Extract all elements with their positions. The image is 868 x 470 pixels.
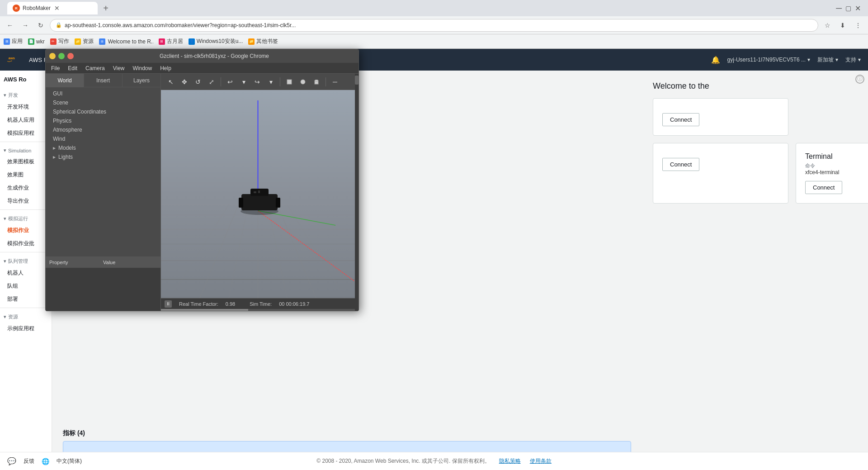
svg-point-4 [315,80,318,81]
gzclient-popup: ─ ▢ ✕ Gzclient - sim-clk5rh081yxz - Goog… [45,49,359,311]
language-label[interactable]: 中文(简体) [57,457,82,465]
menu-edit[interactable]: Edit [64,64,81,72]
popup-scrollbar[interactable] [355,74,359,311]
sidebar-section-resources[interactable]: ▾ 资源 [0,310,52,322]
window-maximize-button[interactable]: ▢ [845,5,851,12]
undo-dropdown-button[interactable]: ▾ [237,76,250,88]
popup-app-name: Gzclient - sim-clk5rh081yxz - Google Chr… [160,53,269,59]
tree-item-physics[interactable]: Physics [46,116,160,125]
sidebar-item-deploy[interactable]: 部署 [0,293,52,306]
user-dropdown[interactable]: gyj-Users11-1I7N95VECV5T6 ... ▾ [727,57,810,63]
sidebar-item-simjob[interactable]: 模拟作业 [0,224,52,237]
menu-help[interactable]: Help [156,64,175,72]
terminal-connect-button[interactable]: Connect [805,181,842,194]
menu-camera[interactable]: Camera [82,64,108,72]
tab-world[interactable]: World [46,74,84,87]
bookmark-windows[interactable]: 👤 Windows10安装u... [189,38,243,45]
popup-close-button[interactable]: ✕ [67,53,74,59]
tree-item-models[interactable]: ▶ Models [46,143,160,152]
sidebar-item-worldtemplate[interactable]: 效果图模板 [0,155,52,168]
bookmark-welcome[interactable]: ⊞ Welcome to the R... [99,38,153,45]
bell-icon[interactable]: 🔔 [711,56,720,64]
bookmark-label: wkr [36,38,45,45]
globe-icon: 🌐 [42,458,49,465]
tree-item-lights[interactable]: ▶ Lights [46,152,160,161]
cursor-tool-button[interactable]: ↖ [165,76,177,88]
view-option-button[interactable]: ─ [329,76,341,88]
undo-button[interactable]: ↩ [224,76,236,88]
sphere-tool-button[interactable] [297,76,309,88]
terms-link[interactable]: 使用条款 [530,457,552,465]
bookmark-apps[interactable]: ⊞ 应用 [4,38,23,45]
property-col-header: Property [49,260,103,265]
menu-view[interactable]: View [109,64,128,72]
sidebar-item-sim-app[interactable]: 模拟应用程 [0,127,52,140]
back-button[interactable]: ← [4,19,16,32]
bookmark-other[interactable]: 📁 其他书签 [248,38,278,45]
bookmark-write[interactable]: ✏ 写作 [50,38,69,45]
new-tab-button[interactable]: + [99,2,112,14]
sidebar-item-world[interactable]: 效果图 [0,168,52,181]
sidebar-section-simrun[interactable]: ▾ 模拟运行 [0,212,52,224]
menu-window[interactable]: Window [129,64,156,72]
sidebar-item-genjob[interactable]: 生成作业 [0,181,52,195]
info-icon-container[interactable]: ⓘ [855,74,864,84]
section-label: 队列管理 [8,258,28,265]
region-dropdown[interactable]: 新加坡 ▾ [817,56,838,64]
sidebar-item-sample-app[interactable]: 示例应用程 [0,322,52,335]
popup-maximize-button[interactable]: ▢ [58,53,65,59]
tree-item-spherical[interactable]: Spherical Coordinates [46,107,160,116]
sidebar-item-simjob-batch[interactable]: 模拟作业批 [0,237,52,250]
sidebar-item-robot[interactable]: 机器人 [0,266,52,280]
terminal-cmd-label: 命令 [805,162,868,169]
menu-file[interactable]: File [47,64,63,72]
sidebar-item-devenv[interactable]: 开发环境 [0,100,52,114]
scale-tool-button[interactable]: ⤢ [205,76,218,88]
tree-item-gui[interactable]: GUI [46,89,160,98]
empty-connect-button[interactable]: Connect [662,158,699,171]
gazebo-connect-button[interactable]: Connect [662,113,699,126]
cylinder-tool-button[interactable] [310,76,323,88]
support-dropdown[interactable]: 支持 ▾ [845,56,861,64]
bookmark-wkr[interactable]: 📄 wkr [28,38,45,45]
pause-button[interactable]: ⏸ [165,300,172,308]
redo-button[interactable]: ↪ [251,76,264,88]
bookmark-button[interactable]: ☆ [821,19,834,32]
tab-close-button[interactable]: ✕ [54,5,60,12]
bookmark-resources[interactable]: 📁 资源 [75,38,94,45]
info-icon[interactable]: ⓘ [855,75,864,84]
rotate-tool-button[interactable]: ↺ [192,76,204,88]
privacy-link[interactable]: 隐私策略 [499,457,521,465]
sidebar-item-exportjob[interactable]: 导出作业 [0,195,52,208]
refresh-button[interactable]: ↻ [34,19,47,32]
bookmark-guyueju[interactable]: ⊞ 古月居 [159,38,183,45]
sidebar-label: 导出作业 [7,198,29,204]
popup-minimize-button[interactable]: ─ [49,53,56,59]
3d-scene[interactable] [161,90,355,298]
feedback-label[interactable]: 反馈 [24,457,34,465]
sidebar-section-sim[interactable]: ▾ Simulation [0,144,52,155]
redo-dropdown-button[interactable]: ▾ [264,76,277,88]
address-bar[interactable]: 🔒 ap-southeast-1.console.aws.amazon.com/… [50,19,818,32]
box-tool-button[interactable] [283,76,296,88]
translate-tool-button[interactable]: ✥ [178,76,191,88]
save-page-button[interactable]: ⬇ [836,19,849,32]
sidebar-item-fleet[interactable]: 队组 [0,280,52,293]
window-close-button[interactable]: ✕ [855,4,861,13]
sidebar-label: 模拟作业批 [7,240,34,247]
tab-insert[interactable]: Insert [84,74,123,87]
forward-button[interactable]: → [19,19,32,32]
aws-logo[interactable]: aws [7,55,22,64]
browser-menu-button[interactable]: ⋮ [852,19,864,32]
tree-item-wind[interactable]: Wind [46,134,160,143]
window-minimize-button[interactable]: ─ [836,4,842,13]
sidebar-label: 队组 [7,283,18,289]
tree-item-scene[interactable]: Scene [46,98,160,107]
sidebar-section-queue[interactable]: ▾ 队列管理 [0,254,52,266]
sidebar-section-dev[interactable]: ▾ 开发 [0,88,52,100]
popup-tabs: World Insert Layers [46,74,160,87]
tree-item-atmosphere[interactable]: Atmosphere [46,125,160,134]
tab-layers[interactable]: Layers [123,74,160,87]
sidebar-item-robot-app[interactable]: 机器人应用 [0,114,52,127]
browser-tab-active[interactable]: R RoboMaker ✕ [7,2,98,14]
